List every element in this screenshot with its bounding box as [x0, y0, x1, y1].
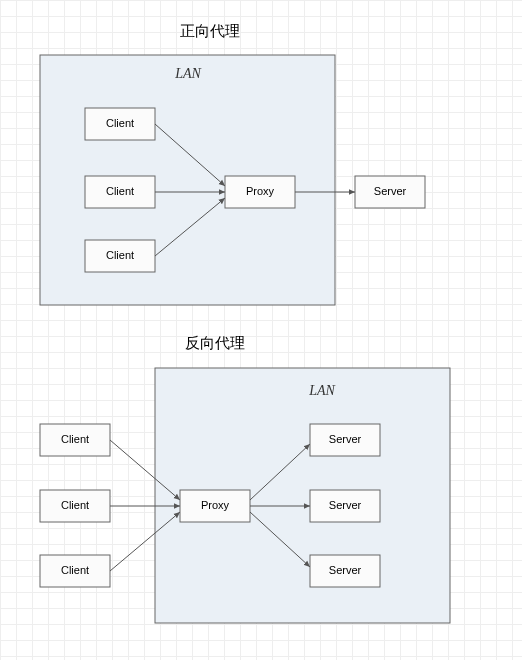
reverse-lan-label: LAN: [308, 383, 335, 398]
reverse-client-3-label: Client: [61, 564, 89, 576]
forward-client-1-label: Client: [106, 117, 134, 129]
reverse-server-1-label: Server: [329, 433, 362, 445]
reverse-proxy-label: Proxy: [201, 499, 230, 511]
forward-client-3-label: Client: [106, 249, 134, 261]
forward-server-label: Server: [374, 185, 407, 197]
reverse-client-1-label: Client: [61, 433, 89, 445]
forward-proxy-title: 正向代理: [180, 22, 240, 39]
diagram-canvas: 正向代理 LAN Client Client Client Proxy Serv…: [0, 0, 522, 660]
reverse-proxy-title: 反向代理: [185, 334, 245, 351]
forward-proxy-label: Proxy: [246, 185, 275, 197]
reverse-server-2-label: Server: [329, 499, 362, 511]
forward-lan-label: LAN: [174, 66, 201, 81]
forward-client-2-label: Client: [106, 185, 134, 197]
reverse-server-3-label: Server: [329, 564, 362, 576]
reverse-client-2-label: Client: [61, 499, 89, 511]
